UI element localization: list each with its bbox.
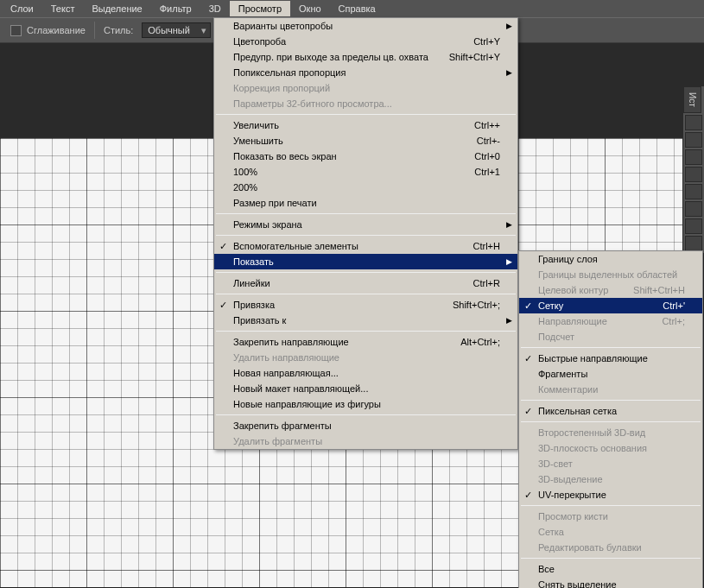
view-menu-item: Параметры 32-битного просмотра... <box>214 96 517 111</box>
show-submenu-item[interactable]: ✓Быстрые направляющие <box>519 351 702 366</box>
show-submenu-item[interactable]: Все <box>519 561 702 577</box>
menu-item-label: Попиксельная пропорция <box>233 67 346 78</box>
menu-separator <box>216 235 516 236</box>
menu-item-label: Направляющие <box>538 316 607 326</box>
menu-item-label: Привязать к <box>233 315 286 326</box>
panel-button[interactable] <box>685 132 702 148</box>
check-icon: ✓ <box>524 490 532 501</box>
menu-item-label: Линейки <box>233 278 270 288</box>
show-submenu-item[interactable]: ✓UV-перекрытие <box>519 487 702 503</box>
menu-separator <box>521 421 701 422</box>
menu-separator <box>216 294 516 294</box>
menu-item-label: Варианты цветопробы <box>233 21 333 31</box>
view-menu-item[interactable]: Режимы экрана▶ <box>214 217 517 232</box>
menu-item-label: 3D-свет <box>538 458 573 469</box>
menu-item-label: Сетку <box>538 300 563 311</box>
menu-separator <box>216 331 516 332</box>
panel-button[interactable] <box>685 167 702 182</box>
menu-item-label: Коррекция пропорций <box>233 83 330 93</box>
menu-item-label: Фрагменты <box>538 369 587 379</box>
view-menu-item[interactable]: ЛинейкиCtrl+R <box>214 275 517 291</box>
menu-item-label: Второстепенный 3D-вид <box>538 427 645 438</box>
menu-item-label: 100% <box>233 167 257 177</box>
view-menu-item[interactable]: 100%Ctrl+1 <box>214 164 517 180</box>
panel-button[interactable] <box>685 149 702 165</box>
menu-shortcut: Ctrl+R <box>456 278 500 288</box>
panel-button[interactable] <box>685 115 702 130</box>
show-submenu[interactable]: Границу слояГраницы выделенных областейЦ… <box>518 250 703 588</box>
menu-item-label: Размер при печати <box>233 198 317 208</box>
panel-button[interactable] <box>685 218 702 234</box>
menu-item-label: Режимы экрана <box>233 219 302 230</box>
view-menu-item[interactable]: Закрепить направляющиеAlt+Ctrl+; <box>214 334 517 350</box>
menu-shortcut: Ctrl+; <box>644 316 685 326</box>
panel-button[interactable] <box>685 236 702 251</box>
style-label: Стиль: <box>104 25 133 35</box>
panel-button[interactable] <box>685 184 702 199</box>
menu-item-label: Все <box>538 564 555 574</box>
show-submenu-item[interactable]: ✓СеткуCtrl+' <box>519 298 702 313</box>
show-submenu-item: Редактировать булавки <box>519 540 702 555</box>
menubar-item[interactable]: Просмотр <box>230 1 290 16</box>
style-dropdown[interactable]: Обычный <box>142 22 211 38</box>
menu-item-label: Новая направляющая... <box>233 368 339 378</box>
view-menu-item[interactable]: Варианты цветопробы▶ <box>214 18 517 34</box>
view-menu-item[interactable]: Новый макет направляющей... <box>214 381 517 396</box>
view-menu-item[interactable]: Новые направляющие из фигуры <box>214 396 517 412</box>
menubar-item[interactable]: Справка <box>330 1 384 16</box>
view-menu[interactable]: Варианты цветопробы▶ЦветопробаCtrl+YПред… <box>213 17 518 450</box>
menubar-item[interactable]: Фильтр <box>151 1 200 16</box>
view-menu-item[interactable]: УвеличитьCtrl++ <box>214 117 517 133</box>
view-menu-item[interactable]: Показать▶ <box>214 254 517 269</box>
show-submenu-item[interactable]: Границу слоя <box>519 251 702 267</box>
menu-separator <box>216 213 516 214</box>
history-tab[interactable]: Ист <box>683 86 701 113</box>
menu-separator <box>521 558 701 559</box>
view-menu-item[interactable]: Новая направляющая... <box>214 365 517 381</box>
view-menu-item[interactable]: Привязать к▶ <box>214 313 517 328</box>
view-menu-item[interactable]: 200% <box>214 180 517 195</box>
menubar-item[interactable]: Окно <box>290 1 330 16</box>
menubar-item[interactable]: Текст <box>42 1 84 16</box>
show-submenu-item: Сетка <box>519 524 702 540</box>
menu-item-label: 200% <box>233 182 257 193</box>
menubar-item[interactable]: 3D <box>200 1 230 16</box>
menu-shortcut: Ctrl+- <box>460 136 500 146</box>
view-menu-item[interactable]: ✓ПривязкаShift+Ctrl+; <box>214 297 517 313</box>
view-menu-item[interactable]: ✓Вспомогательные элементыCtrl+H <box>214 238 517 254</box>
menu-item-label: Новый макет направляющей... <box>233 383 368 394</box>
menu-separator <box>521 347 701 348</box>
view-menu-item[interactable]: Попиксельная пропорция▶ <box>214 65 517 80</box>
view-menu-item[interactable]: Показать во весь экранCtrl+0 <box>214 149 517 164</box>
view-menu-item[interactable]: Размер при печати <box>214 195 517 211</box>
show-submenu-item[interactable]: ✓Пиксельная сетка <box>519 403 702 419</box>
view-menu-item: Удалить направляющие <box>214 350 517 365</box>
submenu-arrow-icon: ▶ <box>506 22 512 30</box>
show-submenu-item: Комментарии <box>519 382 702 397</box>
menubar-item[interactable]: Слои <box>2 1 42 16</box>
menu-item-label: Закрепить направляющие <box>233 337 349 347</box>
show-submenu-item: НаправляющиеCtrl+; <box>519 313 702 329</box>
menu-shortcut: Ctrl+' <box>645 300 685 311</box>
menubar-item[interactable]: Выделение <box>83 1 150 16</box>
panel-button[interactable] <box>685 201 702 217</box>
show-submenu-item[interactable]: Снять выделение <box>519 577 702 588</box>
view-menu-item[interactable]: Закрепить фрагменты <box>214 418 517 433</box>
menu-separator <box>521 505 701 506</box>
show-submenu-item: Второстепенный 3D-вид <box>519 425 702 440</box>
menu-item-label: UV-перекрытие <box>538 490 606 500</box>
show-submenu-item: 3D-свет <box>519 456 702 471</box>
side-panel: Ист <box>683 86 704 253</box>
menu-item-label: Подсчет <box>538 332 574 342</box>
menu-item-label: Быстрые направляющие <box>538 353 648 364</box>
show-submenu-item[interactable]: Фрагменты <box>519 366 702 382</box>
view-menu-item[interactable]: ЦветопробаCtrl+Y <box>214 34 517 49</box>
menu-separator <box>521 400 701 401</box>
view-menu-item[interactable]: Предупр. при выходе за пределы цв. охват… <box>214 49 517 65</box>
menu-item-label: Показать во весь экран <box>233 151 337 161</box>
menu-item-label: Новые направляющие из фигуры <box>233 399 381 409</box>
menu-item-label: Параметры 32-битного просмотра... <box>233 98 392 109</box>
menu-item-label: Показать <box>233 256 274 267</box>
smoothing-option[interactable]: Сглаживание <box>10 25 86 36</box>
view-menu-item[interactable]: УменьшитьCtrl+- <box>214 133 517 149</box>
